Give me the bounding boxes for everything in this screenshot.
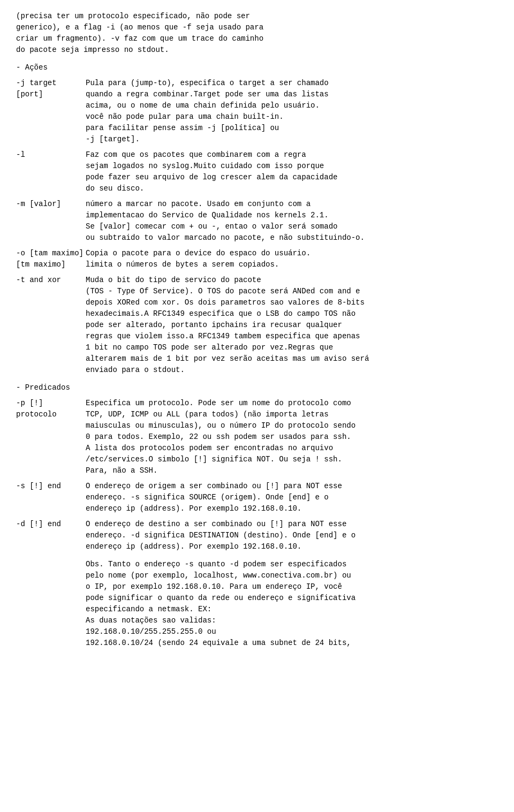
param-p-label: -p [!] protocolo — [16, 398, 86, 420]
acoes-label: - Ações — [16, 63, 48, 72]
param-p-desc: Especifica um protocolo. Pode ser um nom… — [86, 398, 498, 476]
acoes-header: - Ações — [16, 62, 498, 73]
param-o-desc: Copia o pacote para o device do espaco d… — [86, 248, 498, 270]
predicados-label: - Predicados — [16, 383, 70, 392]
obs-text: Obs. Tanto o endereço -s quanto -d podem… — [86, 559, 498, 649]
param-d: -d [!] end O endereço de destino a ser c… — [16, 519, 498, 552]
param-j: -j target [port] Pula para (jump-to), es… — [16, 78, 498, 145]
param-j-label: -j target [port] — [16, 78, 86, 100]
params-section: -j target [port] Pula para (jump-to), es… — [16, 78, 498, 376]
param-l-label: -l — [16, 149, 86, 161]
predicados-section: -p [!] protocolo Especifica um protocolo… — [16, 398, 498, 649]
param-m-label: -m [valor] — [16, 199, 86, 210]
param-t-desc: Muda o bit do tipo de servico do pacote … — [86, 275, 498, 376]
param-p: -p [!] protocolo Especifica um protocolo… — [16, 398, 498, 476]
param-o-label: -o [tam maximo] [tm maximo] — [16, 248, 86, 270]
intro-text: (precisa ter um protocolo especificado, … — [16, 11, 498, 56]
param-t-label: -t and xor — [16, 275, 86, 286]
param-d-label: -d [!] end — [16, 519, 86, 530]
param-m: -m [valor] número a marcar no pacote. Us… — [16, 199, 498, 244]
param-o: -o [tam maximo] [tm maximo] Copia o paco… — [16, 248, 498, 270]
obs-block: Obs. Tanto o endereço -s quanto -d podem… — [16, 559, 498, 649]
param-m-desc: número a marcar no pacote. Usado em conj… — [86, 199, 498, 244]
param-s: -s [!] end O endereço de origem a ser co… — [16, 481, 498, 514]
param-s-label: -s [!] end — [16, 481, 86, 492]
param-d-desc: O endereço de destino a ser combinado ou… — [86, 519, 498, 552]
predicados-header: - Predicados — [16, 382, 498, 393]
param-l: -l Faz com que os pacotes que combinarem… — [16, 149, 498, 194]
param-j-desc: Pula para (jump-to), especifica o target… — [86, 78, 498, 145]
param-l-desc: Faz com que os pacotes que combinarem co… — [86, 149, 498, 194]
param-s-desc: O endereço de origem a ser combinado ou … — [86, 481, 498, 514]
intro-section: (precisa ter um protocolo especificado, … — [16, 11, 498, 56]
main-content: (precisa ter um protocolo especificado, … — [16, 11, 498, 649]
param-t: -t and xor Muda o bit do tipo de servico… — [16, 275, 498, 376]
